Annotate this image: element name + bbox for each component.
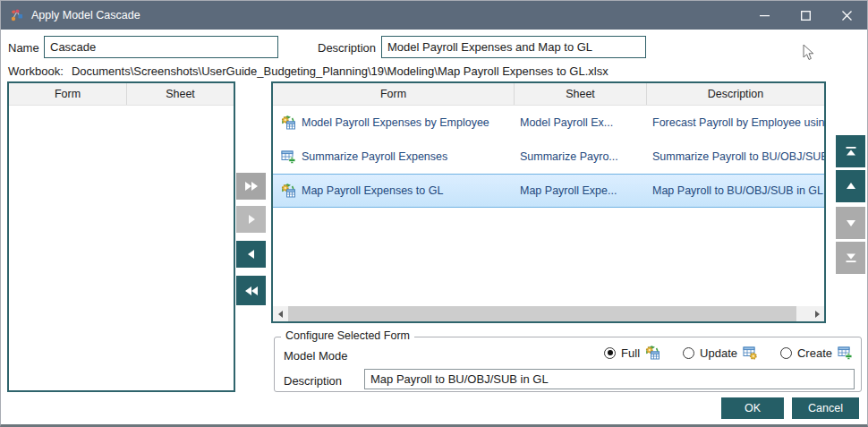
row-description-text: Forecast Payroll by Employee using Model xyxy=(652,116,824,129)
source-form-column-header[interactable]: Form xyxy=(9,83,127,105)
move-left-icon xyxy=(244,247,259,261)
scrollbar-thumb[interactable] xyxy=(288,306,796,321)
move-right-button[interactable] xyxy=(236,206,266,233)
radio-circle xyxy=(683,347,694,359)
move-to-bottom-button[interactable] xyxy=(836,242,865,274)
cascade-list-header: Form Sheet Description xyxy=(273,83,824,106)
scroll-left-icon xyxy=(277,310,285,319)
row-description-text: Summarize Payroll to BU/OBJ/SUB xyxy=(652,150,824,163)
model-mode-label: Model Mode xyxy=(284,349,348,363)
description-input[interactable] xyxy=(381,36,646,58)
name-label: Name xyxy=(8,41,39,55)
move-to-top-button[interactable] xyxy=(836,135,865,167)
row-form-text: Model Payroll Expenses by Employee xyxy=(302,116,489,129)
move-top-icon xyxy=(844,144,858,158)
move-bottom-icon xyxy=(844,251,858,265)
mouse-cursor xyxy=(803,44,815,62)
row-form-text: Map Payroll Expenses to GL xyxy=(302,184,443,197)
maximize-icon xyxy=(801,11,811,21)
model-form-icon xyxy=(645,346,660,360)
group-label: Configure Selected Form xyxy=(281,329,414,342)
model-mode-update-radio[interactable]: Update xyxy=(683,346,757,360)
source-sheet-column-header[interactable]: Sheet xyxy=(127,83,234,105)
update-form-icon xyxy=(743,346,757,360)
move-right-icon xyxy=(244,212,259,226)
window-title: Apply Model Cascade xyxy=(31,9,140,21)
move-all-left-icon xyxy=(243,284,260,298)
cascade-form-column-header[interactable]: Form xyxy=(273,83,515,105)
workbook-path: Documents\Screenshots\UserGuide_Budgetin… xyxy=(72,64,608,78)
right-list-rows: Model Payroll Expenses by Employee Model… xyxy=(273,106,824,306)
maximize-button[interactable] xyxy=(785,1,826,30)
close-icon xyxy=(842,11,852,21)
title-bar: Apply Model Cascade xyxy=(1,1,867,30)
cascade-forms-list[interactable]: Form Sheet Description Model Payroll Exp… xyxy=(271,81,826,323)
close-button[interactable] xyxy=(826,1,867,30)
source-forms-list[interactable]: Form Sheet xyxy=(7,81,235,392)
table-row[interactable]: Model Payroll Expenses by Employee Model… xyxy=(273,106,824,140)
ok-button[interactable]: OK xyxy=(721,397,784,419)
model-mode-create-radio[interactable]: Create xyxy=(780,346,852,360)
cascade-sheet-column-header[interactable]: Sheet xyxy=(515,83,647,105)
cascade-app-icon xyxy=(10,8,24,22)
scroll-right-icon xyxy=(813,310,821,319)
row-description-text: Map Payroll to BU/OBJ/SUB in GL xyxy=(652,184,823,197)
cancel-button[interactable]: Cancel xyxy=(792,397,859,419)
source-list-header: Form Sheet xyxy=(9,83,234,106)
radio-circle xyxy=(780,347,792,359)
row-sheet-text: Summarize Payro... xyxy=(520,150,618,163)
add-form-icon xyxy=(281,149,295,164)
radio-circle xyxy=(604,347,616,359)
move-up-icon xyxy=(844,179,858,193)
minimize-icon xyxy=(760,11,770,21)
model-mode-options: Full Update xyxy=(604,346,852,360)
row-sheet-text: Map Payroll Expe... xyxy=(520,184,617,197)
form-description-label: Description xyxy=(284,374,342,388)
move-left-button[interactable] xyxy=(236,241,266,268)
move-all-right-icon xyxy=(243,179,260,193)
description-label: Description xyxy=(318,41,376,55)
configure-selected-form-group: Configure Selected Form Model Mode Full xyxy=(274,337,862,392)
move-down-button[interactable] xyxy=(836,207,865,239)
model-form-icon xyxy=(281,184,295,198)
create-radio-label: Create xyxy=(797,346,832,360)
full-radio-label: Full xyxy=(621,346,640,360)
table-row[interactable]: Summarize Payroll Expenses Summarize Pay… xyxy=(273,140,824,174)
move-all-right-button[interactable] xyxy=(236,173,266,200)
move-down-icon xyxy=(844,216,858,230)
row-sheet-text: Model Payroll Ex... xyxy=(520,116,613,129)
scroll-right-button[interactable] xyxy=(809,306,824,321)
update-radio-label: Update xyxy=(700,346,737,360)
move-all-left-button[interactable] xyxy=(236,276,266,305)
cascade-description-column-header[interactable]: Description xyxy=(647,83,824,105)
workbook-label: Workbook: xyxy=(8,64,64,78)
horizontal-scrollbar[interactable] xyxy=(273,306,824,321)
minimize-button[interactable] xyxy=(744,1,785,30)
model-form-icon xyxy=(281,115,295,130)
add-form-icon xyxy=(838,346,852,360)
scrollbar-track[interactable] xyxy=(288,306,809,321)
source-list-rows xyxy=(9,106,234,390)
name-input[interactable] xyxy=(44,36,278,58)
table-row[interactable]: Map Payroll Expenses to GL Map Payroll E… xyxy=(273,174,824,208)
form-description-input[interactable] xyxy=(364,369,855,389)
model-mode-full-radio[interactable]: Full xyxy=(604,346,660,360)
apply-model-cascade-dialog: Apply Model Cascade Name Description Wor… xyxy=(0,0,868,427)
scroll-left-button[interactable] xyxy=(273,306,288,321)
row-form-text: Summarize Payroll Expenses xyxy=(302,150,447,163)
move-up-button[interactable] xyxy=(836,170,865,202)
